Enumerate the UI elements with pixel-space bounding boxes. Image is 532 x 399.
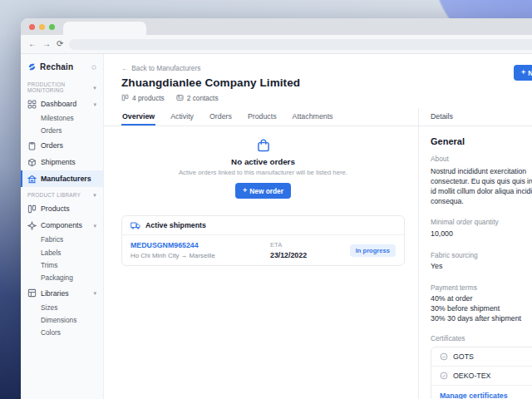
payment-term: 40% at order	[431, 294, 532, 303]
eta-label: ETA	[270, 241, 350, 249]
certificate-name: GOTS	[453, 352, 474, 361]
check-circle-icon	[440, 352, 448, 361]
sidebar-item-label: Shipments	[41, 158, 76, 166]
sidebar-toggle-icon[interactable]	[91, 65, 96, 70]
sidebar-section-production-monitoring[interactable]: PRODUCTION MONITORING ▾	[21, 76, 103, 96]
tab-overview[interactable]: Overview	[121, 108, 155, 126]
manufacturers-icon	[27, 175, 37, 184]
eta-value: 23/12/2022	[270, 251, 350, 259]
plus-icon: +	[243, 187, 247, 195]
moq-label: Minimal order quantity	[431, 218, 532, 226]
sidebar-item-fabrics[interactable]: Fabrics	[21, 234, 103, 246]
components-icon	[27, 221, 37, 230]
sidebar-section-product-library[interactable]: PRODUCT LIBRARY ▾	[21, 187, 103, 200]
chevron-down-icon: ▾	[93, 223, 96, 229]
sidebar: Rechain PRODUCTION MONITORING ▾ Dashboar…	[21, 54, 104, 399]
tab-bar: Overview Activity Orders Products Attach…	[104, 108, 418, 126]
forward-icon[interactable]: →	[42, 40, 51, 48]
shipment-eta-cell: ETA 23/12/2022	[270, 241, 350, 259]
payment-term: 30% 30 days after shipment	[431, 314, 532, 323]
sidebar-item-labels[interactable]: Labels	[21, 247, 103, 259]
sidebar-item-manufacturers[interactable]: Manufacturers	[21, 170, 103, 187]
sidebar-item-dashboard[interactable]: Dashboard ▾	[21, 96, 103, 112]
sidebar-item-libraries[interactable]: Libraries ▾	[21, 285, 103, 302]
contacts-count: 2 contacts	[176, 94, 219, 102]
new-order-button[interactable]: + New order	[235, 183, 291, 199]
shopping-bag-icon	[256, 138, 271, 153]
chevron-down-icon: ▾	[93, 290, 96, 296]
sidebar-item-dashboard-orders[interactable]: Orders	[21, 125, 103, 137]
payment-term: 30% before shipment	[431, 304, 532, 313]
fabric-sourcing-value: Yes	[431, 262, 532, 272]
sidebar-item-products[interactable]: Products	[21, 200, 103, 217]
certificates-label: Certificates	[431, 334, 532, 342]
close-button[interactable]	[29, 24, 35, 30]
shipment-row: MEDUSGNM965244 Ho Chi Minh City → Marsei…	[122, 235, 404, 265]
contacts-count-label: 2 contacts	[187, 94, 219, 102]
page-header: ← Back to Manufacturers Zhuangdianlee Co…	[104, 54, 532, 102]
details-body: General About Nostrud incididunt exercit…	[419, 126, 532, 399]
certificates-card: GOTS OEKO-TEX Manage certificates	[431, 347, 532, 399]
sidebar-item-label: Products	[41, 204, 70, 213]
tab-attachments[interactable]: Attachments	[292, 108, 334, 126]
back-icon[interactable]: ←	[28, 40, 37, 48]
empty-state-title: No active orders	[121, 157, 405, 166]
back-to-manufacturers-link[interactable]: ← Back to Manufacturers	[121, 64, 532, 72]
main-column: Overview Activity Orders Products Attach…	[104, 108, 418, 399]
sidebar-item-label: Orders	[41, 141, 63, 150]
sidebar-item-trims[interactable]: Trims	[21, 259, 103, 272]
section-label: PRODUCT LIBRARY	[27, 192, 81, 198]
sidebar-item-dimensions[interactable]: Dimensions	[21, 314, 103, 327]
desktop-wallpaper: ← → ⟳ Rechain PRODUCTION MONITORING ▾	[0, 0, 532, 399]
page-title: Zhuangdianlee Company Limited	[121, 76, 532, 89]
shipment-route: Ho Chi Minh City → Marseille	[131, 252, 270, 259]
tab-activity[interactable]: Activity	[170, 108, 195, 126]
dashboard-icon	[27, 100, 37, 109]
plus-icon: +	[521, 69, 525, 76]
content-columns: Overview Activity Orders Products Attach…	[104, 108, 532, 399]
back-link-label: Back to Manufacturers	[131, 64, 200, 72]
tab-products[interactable]: Products	[247, 108, 278, 126]
active-shipments-header: Active shipments	[122, 216, 404, 235]
sidebar-item-label: Components	[41, 221, 82, 229]
about-label: About	[431, 155, 532, 163]
app-logo-text: Rechain	[40, 62, 73, 71]
sidebar-item-sizes[interactable]: Sizes	[21, 302, 103, 314]
libraries-icon	[27, 288, 37, 298]
details-panel: Details General About Nostrud incididunt…	[418, 108, 532, 399]
address-bar[interactable]	[69, 39, 532, 50]
sidebar-item-orders[interactable]: Orders	[21, 137, 103, 154]
certificate-name: OEKO-TEX	[453, 372, 490, 380]
traffic-lights	[29, 18, 55, 35]
new-order-button-label: New order	[249, 187, 283, 195]
minimize-button[interactable]	[39, 24, 45, 30]
browser-tab[interactable]	[63, 22, 146, 35]
zoom-button[interactable]	[49, 24, 55, 30]
browser-toolbar: ← → ⟳	[21, 35, 532, 54]
about-text: Nostrud incididunt exercitation consecte…	[431, 166, 532, 207]
sidebar-item-packaging[interactable]: Packaging	[21, 272, 103, 284]
empty-state-description: Active orders linked to this manufacture…	[121, 169, 405, 176]
manage-certificates-link[interactable]: Manage certificates	[431, 386, 532, 399]
details-tab[interactable]: Details	[419, 108, 532, 126]
check-circle-icon	[440, 372, 448, 380]
app-root: Rechain PRODUCTION MONITORING ▾ Dashboar…	[21, 54, 532, 399]
back-arrow-icon: ←	[121, 64, 128, 72]
fabric-sourcing-label: Fabric sourcing	[431, 251, 532, 259]
sidebar-item-shipments[interactable]: Shipments	[21, 154, 103, 170]
contacts-count-icon	[176, 94, 184, 101]
tab-orders[interactable]: Orders	[209, 108, 233, 126]
sidebar-item-milestones[interactable]: Milestones	[21, 112, 103, 125]
shipment-id-link[interactable]: MEDUSGNM965244	[131, 241, 270, 249]
reload-icon[interactable]: ⟳	[57, 40, 63, 48]
products-icon	[27, 204, 37, 214]
sidebar-item-components[interactable]: Components ▾	[21, 217, 103, 234]
details-section-title: General	[431, 136, 532, 146]
new-order-button-label: New order	[528, 69, 532, 77]
chevron-down-icon: ▾	[93, 101, 96, 107]
sidebar-item-label: Dashboard	[41, 100, 76, 108]
browser-tabbar	[21, 18, 532, 35]
sidebar-item-colors[interactable]: Colors	[21, 327, 103, 339]
browser-window: ← → ⟳ Rechain PRODUCTION MONITORING ▾	[21, 18, 532, 399]
new-order-button-top[interactable]: + New order	[514, 65, 532, 81]
